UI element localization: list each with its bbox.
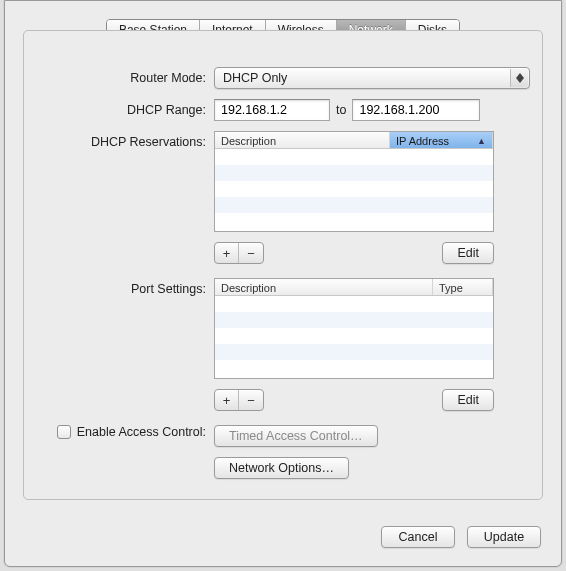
dhcp-range-end-input[interactable] (352, 99, 480, 121)
dhcp-reservations-label: DHCP Reservations: (36, 131, 214, 149)
table-row (215, 213, 493, 229)
airport-utility-network-pane: Base Station Internet Wireless Network D… (4, 0, 562, 567)
table-row (215, 149, 493, 165)
dhcp-reservations-body (215, 149, 493, 231)
dhcp-range-start-input[interactable] (214, 99, 330, 121)
sort-ascending-icon: ▲ (477, 136, 486, 146)
port-remove-button[interactable]: − (239, 390, 263, 410)
table-row (215, 344, 493, 360)
port-settings-body (215, 296, 493, 378)
dialog-footer: Cancel Update (381, 526, 541, 548)
enable-access-control-label: Enable Access Control: (77, 425, 206, 439)
table-row (215, 181, 493, 197)
network-pane: Router Mode: DHCP Only DHCP Range: (23, 30, 543, 500)
dhcp-edit-button[interactable]: Edit (442, 242, 494, 264)
port-add-button[interactable]: + (215, 390, 239, 410)
router-mode-value: DHCP Only (223, 71, 287, 85)
dhcp-add-remove-group: + − (214, 242, 264, 264)
dhcp-remove-button[interactable]: − (239, 243, 263, 263)
dhcp-reservations-table[interactable]: Description IP Address ▲ (214, 131, 494, 232)
update-button[interactable]: Update (467, 526, 541, 548)
dhcp-col-description[interactable]: Description (215, 132, 390, 148)
enable-access-control-checkbox[interactable] (57, 425, 71, 439)
timed-access-control-button[interactable]: Timed Access Control… (214, 425, 378, 447)
popup-arrows-icon (510, 69, 528, 87)
table-row (215, 197, 493, 213)
port-edit-button[interactable]: Edit (442, 389, 494, 411)
router-mode-popup[interactable]: DHCP Only (214, 67, 530, 89)
port-settings-table[interactable]: Description Type (214, 278, 494, 379)
port-col-type[interactable]: Type (433, 279, 493, 295)
network-options-button[interactable]: Network Options… (214, 457, 349, 479)
table-row (215, 165, 493, 181)
dhcp-add-button[interactable]: + (215, 243, 239, 263)
port-col-description[interactable]: Description (215, 279, 433, 295)
router-mode-label: Router Mode: (36, 67, 214, 85)
table-row (215, 328, 493, 344)
dhcp-range-label: DHCP Range: (36, 99, 214, 117)
cancel-button[interactable]: Cancel (381, 526, 455, 548)
table-row (215, 360, 493, 376)
dhcp-col-ip-address[interactable]: IP Address ▲ (390, 132, 493, 148)
table-row (215, 312, 493, 328)
port-settings-label: Port Settings: (36, 278, 214, 296)
port-add-remove-group: + − (214, 389, 264, 411)
table-row (215, 296, 493, 312)
dhcp-range-to-label: to (336, 103, 346, 117)
